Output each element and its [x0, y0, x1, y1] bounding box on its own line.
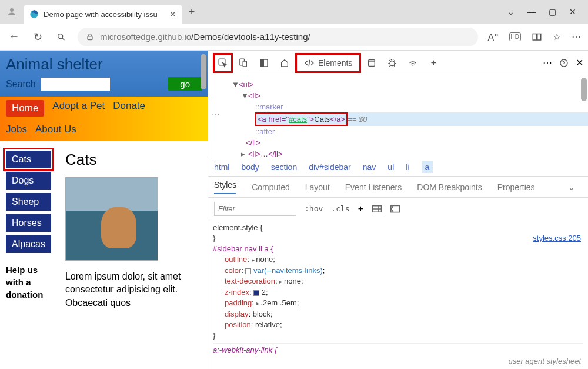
svg-point-12	[390, 61, 395, 65]
cat-image	[65, 177, 158, 261]
device-emulation-button[interactable]	[233, 53, 253, 73]
tab-close-icon[interactable]: ✕	[169, 9, 176, 19]
maximize-icon[interactable]: ▢	[549, 7, 556, 16]
search-input[interactable]	[41, 78, 110, 91]
sources-tab-icon[interactable]	[362, 53, 382, 73]
selected-dom-node[interactable]: ⋯ <a href="#cats">Cats</a>== $0	[255, 112, 588, 126]
donation-heading: Help us with a donation	[6, 264, 51, 301]
read-aloud-icon[interactable]: A»	[487, 30, 498, 43]
menu-icon[interactable]: ⋯	[572, 31, 581, 42]
edge-icon	[29, 9, 39, 19]
browser-tab[interactable]: Demo page with accessibility issu ✕	[24, 5, 182, 24]
devtools-panel: Elements + ⋯ ✕ ▼<ul> ▼<l	[208, 51, 588, 369]
nav-about[interactable]: About Us	[35, 124, 76, 135]
page-scrollbar[interactable]	[201, 54, 206, 89]
styles-tab[interactable]: Styles	[214, 180, 236, 194]
sidebar-cats[interactable]: Cats	[6, 151, 51, 168]
search-label: Search	[6, 79, 36, 89]
url-text: microsoftedge.github.io/Demos/devtools-a…	[100, 32, 310, 42]
svg-rect-7	[243, 61, 246, 67]
reader-icon[interactable]	[532, 32, 542, 41]
chevron-down-icon[interactable]: ⌄	[507, 7, 514, 16]
main-nav: Home Adopt a Pet Donate Jobs About Us	[0, 97, 208, 141]
inspect-element-button[interactable]	[213, 53, 233, 73]
sidebar-nav: Cats Dogs Sheep Horses Alpacas Help us w…	[6, 151, 51, 310]
svg-point-2	[58, 34, 63, 38]
svg-rect-4	[88, 36, 92, 39]
cls-button[interactable]: .cls	[331, 204, 349, 213]
address-bar[interactable]: microsoftedge.github.io/Demos/devtools-a…	[78, 28, 478, 46]
welcome-tab[interactable]	[275, 53, 295, 73]
browser-toolbar: ← ↻ microsoftedge.github.io/Demos/devtoo…	[0, 24, 588, 51]
profile-icon[interactable]	[0, 0, 24, 24]
flex-icon[interactable]	[372, 205, 382, 213]
minimize-icon[interactable]: ―	[527, 7, 536, 16]
article-text: Lorem ipsum dolor, sit amet consectetur …	[65, 270, 202, 310]
svg-rect-10	[369, 59, 375, 66]
properties-tab[interactable]: Properties	[497, 182, 535, 192]
hov-button[interactable]: :hov	[305, 204, 323, 213]
grid-icon[interactable]	[390, 205, 400, 213]
dom-tree[interactable]: ▼<ul> ▼<li> ::marker ⋯ <a href="#cats">C…	[208, 75, 588, 158]
styles-filter-row: :hov .cls +	[208, 198, 588, 220]
hd-icon[interactable]: HD	[509, 32, 521, 41]
sidebar-sheep[interactable]: Sheep	[6, 193, 51, 211]
dom-breadcrumbs[interactable]: html body section div#sidebar nav ul li …	[208, 158, 588, 177]
sidebar-horses[interactable]: Horses	[6, 214, 51, 232]
bug-icon[interactable]	[382, 53, 402, 73]
sidebar-alpacas[interactable]: Alpacas	[6, 235, 51, 253]
svg-line-3	[62, 38, 64, 40]
dock-button[interactable]	[254, 53, 274, 73]
search-icon[interactable]	[54, 32, 68, 42]
new-tab-button[interactable]: +	[182, 6, 201, 18]
back-button[interactable]: ←	[7, 31, 21, 43]
nav-home[interactable]: Home	[6, 100, 44, 117]
elements-tab[interactable]: Elements	[295, 53, 361, 73]
nav-adopt[interactable]: Adopt a Pet	[52, 100, 105, 117]
help-icon[interactable]	[559, 58, 569, 68]
svg-point-0	[10, 8, 14, 12]
article-title: Cats	[65, 151, 202, 169]
ua-stylesheet-label: user agent stylesheet	[508, 356, 581, 367]
svg-rect-9	[260, 59, 263, 67]
tab-title: Demo page with accessibility issu	[44, 10, 165, 19]
article: Cats Lorem ipsum dolor, sit amet consect…	[65, 151, 202, 310]
refresh-button[interactable]: ↻	[31, 31, 45, 44]
lock-icon	[86, 33, 94, 41]
nav-jobs[interactable]: Jobs	[6, 124, 27, 135]
favorite-icon[interactable]: ☆	[553, 31, 561, 42]
svg-point-13	[560, 59, 567, 67]
listeners-tab[interactable]: Event Listeners	[345, 182, 402, 192]
css-rules-pane[interactable]: element.style { } #sidebar nav li a {sty…	[208, 220, 588, 369]
devtools-close-icon[interactable]: ✕	[576, 57, 583, 68]
dom-scrollbar[interactable]	[581, 78, 587, 101]
nav-donate[interactable]: Donate	[113, 100, 145, 117]
new-rule-button[interactable]: +	[358, 204, 363, 214]
page-header: Animal shelter Search go	[0, 51, 208, 97]
code-icon	[304, 58, 315, 68]
add-tab-button[interactable]: +	[423, 53, 443, 73]
devtools-toolbar: Elements + ⋯ ✕	[208, 51, 588, 75]
breakpoints-tab[interactable]: DOM Breakpoints	[417, 182, 482, 192]
close-icon[interactable]: ✕	[569, 7, 576, 16]
page-title: Animal shelter	[6, 55, 202, 74]
styles-tabs: Styles Computed Layout Event Listeners D…	[208, 177, 588, 198]
layout-tab[interactable]: Layout	[305, 182, 330, 192]
browser-titlebar: Demo page with accessibility issu ✕ + ⌄ …	[0, 0, 588, 24]
devtools-menu-icon[interactable]: ⋯	[543, 57, 552, 68]
computed-tab[interactable]: Computed	[252, 182, 290, 192]
styles-filter-input[interactable]	[214, 202, 296, 216]
network-icon[interactable]	[403, 53, 423, 73]
expand-icon[interactable]: ⌄	[568, 182, 582, 192]
go-button[interactable]: go	[168, 77, 202, 91]
source-link[interactable]: styles.css:205	[533, 233, 581, 244]
webpage-viewport: Animal shelter Search go Home Adopt a Pe…	[0, 51, 208, 369]
sidebar-dogs[interactable]: Dogs	[6, 172, 51, 190]
